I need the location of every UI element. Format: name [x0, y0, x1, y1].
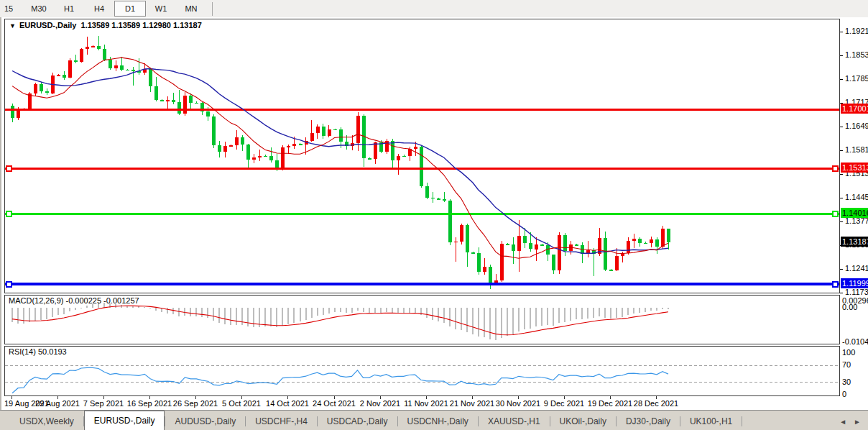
date-label: 21 Nov 2021 [446, 399, 498, 408]
rsi-chart[interactable] [5, 347, 839, 395]
tab-usdcnh-daily[interactable]: USDCNH-,Daily [398, 413, 478, 430]
price-tick-label: 1.14450 [845, 193, 868, 201]
timeframe-button-w1[interactable]: W1 [146, 1, 176, 16]
tab-ukoil-daily[interactable]: UKOil-,Daily [550, 413, 616, 430]
tab-usdchf-h4[interactable]: USDCHF-,H4 [246, 413, 317, 430]
price-tick-label: 1.19210 [845, 27, 868, 35]
price-tick [840, 55, 843, 56]
tab-usdcad-daily[interactable]: USDCAD-,Daily [318, 413, 397, 430]
date-label: 2 Nov 2021 [354, 399, 406, 408]
tab-uk100-h1[interactable]: UK100-,H1 [680, 413, 742, 430]
ohlc-low: 1.12980 [142, 21, 171, 29]
chart-symbol: EURUSD-,Daily [19, 21, 76, 29]
chart-dropdown-icon[interactable]: ▼ [9, 22, 16, 29]
price-tick [840, 293, 843, 293]
chart-tabs-bar: USDX,WeeklyEURUSD-,DailyAUDUSD-,DailyUSD… [0, 410, 868, 430]
ohlc-open: 1.13589 [81, 21, 110, 29]
timeframe-button-mn[interactable]: MN [176, 1, 206, 16]
price-tick [840, 79, 843, 80]
rsi-name: RSI(14) [9, 347, 36, 356]
price-tick-label: 1.11730 [845, 288, 868, 296]
rsi-axis-label: 0 [842, 390, 846, 398]
hline-price-label: 1.17001 [841, 104, 868, 114]
price-tick [840, 174, 843, 175]
ohlc-close: 1.13187 [173, 21, 202, 29]
tab-xauusd-h1[interactable]: XAUUSD-,H1 [479, 413, 550, 430]
tab-scroll-right-icon[interactable]: ► [854, 418, 861, 426]
tab-audusd-daily[interactable]: AUDUSD-,Daily [165, 413, 245, 430]
price-axis[interactable]: 1.192101.185301.178501.171701.164901.158… [840, 17, 868, 410]
price-tick [840, 198, 843, 198]
tab-separator [742, 416, 742, 426]
price-tick-label: 1.15810 [845, 145, 868, 154]
price-tick-label: 1.12410 [845, 264, 868, 273]
price-tick [840, 32, 843, 32]
date-label: 24 Oct 2021 [308, 399, 360, 408]
date-label: 29 Aug 2021 [32, 399, 83, 408]
date-label: 11 Nov 2021 [400, 399, 452, 408]
price-tick-label: 1.17850 [845, 74, 868, 83]
date-label: 9 Dec 2021 [538, 399, 590, 408]
price-chart-pane[interactable]: ▼EURUSD-,Daily 1.13589 1.13589 1.12980 1… [4, 19, 840, 293]
tab-dj30-daily[interactable]: DJ30-,Daily [617, 413, 680, 430]
timeframe-button-d1[interactable]: D1 [114, 1, 146, 17]
candlestick-chart[interactable] [5, 19, 839, 293]
price-tick [840, 221, 843, 222]
price-tick [840, 127, 843, 127]
date-axis[interactable]: 19 Aug 202129 Aug 20217 Sep 202116 Sep 2… [4, 396, 840, 410]
tab-scroll-left-icon[interactable]: ◄ [839, 418, 846, 426]
tab-usdx-weekly[interactable]: USDX,Weekly [10, 413, 83, 430]
macd-name: MACD(12,26,9) [9, 296, 63, 305]
macd-value-signal: -0.001257 [103, 296, 139, 305]
rsi-value: 50.0193 [38, 347, 67, 356]
price-tick [840, 150, 843, 151]
date-label: 30 Nov 2021 [492, 399, 544, 408]
rsi-pane[interactable]: RSI(14) 50.0193 [4, 346, 840, 396]
current-price-label: 1.13187 [841, 237, 868, 247]
macd-axis-label: -0.01042 [842, 337, 868, 346]
price-tick-label: 1.18530 [845, 50, 868, 59]
hline-price-label: 1.15313 [841, 163, 868, 173]
date-label: 28 Dec 2021 [630, 399, 682, 408]
rsi-axis-label: 70 [842, 360, 851, 369]
chart-window: ▼EURUSD-,Daily 1.13589 1.13589 1.12980 1… [0, 17, 868, 410]
date-label: 19 Dec 2021 [584, 399, 636, 408]
macd-pane[interactable]: MACD(12,26,9) -0.000225 -0.001257 [4, 295, 840, 344]
timeframe-toolbar: 15M30H1H4D1W1MN [0, 0, 868, 18]
date-label: 7 Sep 2021 [78, 399, 129, 408]
macd-axis-label: 0.00 [842, 303, 857, 311]
date-label: 16 Sep 2021 [124, 399, 175, 408]
price-tick [840, 269, 843, 270]
timeframe-button-15[interactable]: 15 [0, 1, 24, 16]
hline-price-label: 1.11999 [841, 278, 868, 288]
rsi-title: RSI(14) 50.0193 [9, 347, 67, 356]
rsi-axis-label: 100 [842, 348, 855, 357]
macd-value-main: -0.000225 [65, 296, 101, 305]
tab-eurusd-daily[interactable]: EURUSD-,Daily [84, 411, 165, 430]
timeframe-button-m30[interactable]: M30 [24, 1, 54, 16]
macd-title: MACD(12,26,9) -0.000225 -0.001257 [9, 296, 139, 305]
timeframe-button-h4[interactable]: H4 [84, 1, 114, 16]
date-label: 5 Oct 2021 [216, 399, 267, 408]
date-label: 14 Oct 2021 [262, 399, 313, 408]
toolbar-separator [212, 2, 213, 16]
ohlc-high: 1.13589 [111, 21, 140, 29]
hline-price-label: 1.14016 [841, 208, 868, 218]
tab-nav: ◄► [839, 418, 861, 426]
timeframe-button-h1[interactable]: H1 [54, 1, 84, 16]
date-label: 26 Sep 2021 [170, 399, 221, 408]
chart-title: ▼EURUSD-,Daily 1.13589 1.13589 1.12980 1… [9, 21, 202, 29]
price-tick-label: 1.16490 [845, 122, 868, 130]
trading-terminal: { "toolbar": { "timeframes": [ {"label":… [0, 0, 868, 430]
rsi-axis-label: 30 [842, 378, 851, 386]
